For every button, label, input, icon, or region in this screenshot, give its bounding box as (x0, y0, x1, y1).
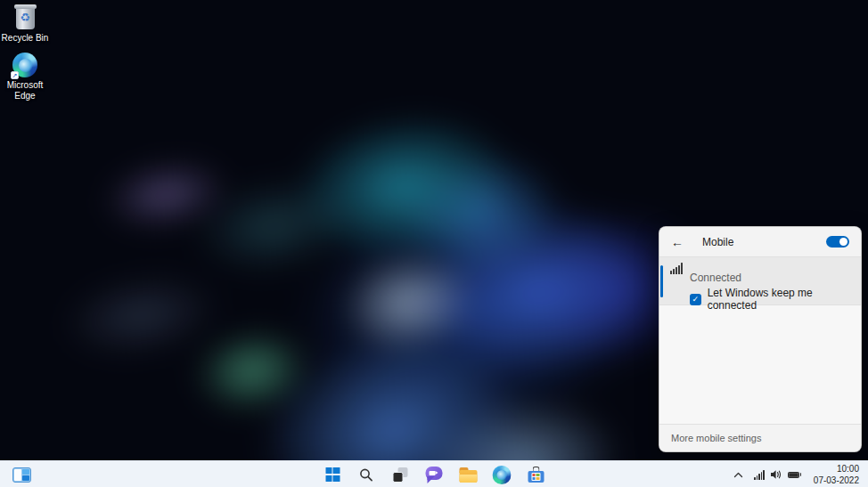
tray-time: 10:00 (814, 463, 859, 475)
desktop-icon-label: Microsoft Edge (0, 80, 50, 101)
back-button[interactable]: ← (671, 235, 687, 249)
chevron-up-icon (733, 471, 743, 479)
taskbar-center (320, 463, 549, 486)
battery-icon (788, 472, 799, 478)
mobile-toggle[interactable] (826, 236, 849, 248)
file-explorer-button[interactable] (455, 463, 481, 486)
taskbar-left (6, 463, 37, 486)
chat-button[interactable] (422, 463, 447, 486)
chat-icon (426, 467, 443, 483)
network-volume-battery-button[interactable] (748, 463, 806, 486)
flyout-footer: More mobile settings (659, 424, 861, 451)
recycle-symbol-icon: ♻ (16, 11, 35, 25)
video-camera-icon (430, 471, 436, 475)
shortcut-arrow-icon: ↗ (11, 71, 19, 79)
widgets-button[interactable] (6, 463, 37, 486)
mobile-flyout-panel: ← Mobile Connected ✓ Let Windows keep me… (659, 226, 862, 452)
cellular-signal-icon (670, 263, 683, 274)
task-view-button[interactable] (388, 463, 414, 486)
flyout-title: Mobile (702, 236, 733, 248)
edge-button[interactable] (489, 463, 515, 486)
cellular-signal-icon (754, 470, 765, 480)
checkbox-label: Let Windows keep me connected (708, 287, 861, 312)
more-mobile-settings-link[interactable]: More mobile settings (671, 433, 762, 443)
keep-connected-checkbox[interactable]: ✓ (690, 294, 701, 305)
desktop-icon-label: Recycle Bin (0, 33, 50, 44)
taskbar: 10:00 07-03-2022 (0, 460, 868, 487)
desktop-icon-microsoft-edge[interactable]: ↗ Microsoft Edge (0, 52, 50, 101)
volume-icon (770, 469, 782, 480)
desktop-screen: ♻ Recycle Bin ↗ Microsoft Edge ← Mobile … (0, 0, 868, 487)
edge-logo-icon (493, 466, 512, 484)
connected-network-item[interactable]: Connected ✓ Let Windows keep me connecte… (659, 256, 861, 305)
task-view-icon (393, 467, 408, 483)
tray-date: 07-03-2022 (814, 475, 859, 486)
desktop-icon-recycle-bin[interactable]: ♻ Recycle Bin (0, 4, 50, 44)
microsoft-store-icon (528, 467, 544, 483)
search-icon (359, 467, 374, 483)
taskbar-tray: 10:00 07-03-2022 (728, 463, 865, 486)
recycle-bin-icon: ♻ (16, 7, 35, 29)
windows-logo-icon (325, 467, 340, 482)
edge-logo-icon: ↗ (12, 53, 37, 77)
connection-status: Connected (690, 272, 741, 284)
clock-button[interactable]: 10:00 07-03-2022 (807, 463, 865, 486)
folder-icon (459, 467, 477, 483)
start-button[interactable] (320, 463, 346, 486)
search-button[interactable] (354, 463, 380, 486)
selection-accent-bar (660, 265, 663, 297)
toggle-knob (839, 238, 848, 246)
flyout-header: ← Mobile (659, 227, 861, 256)
widgets-icon (12, 467, 31, 483)
store-button[interactable] (523, 463, 549, 486)
hidden-icons-button[interactable] (728, 463, 748, 486)
keep-connected-row: ✓ Let Windows keep me connected (690, 287, 861, 312)
